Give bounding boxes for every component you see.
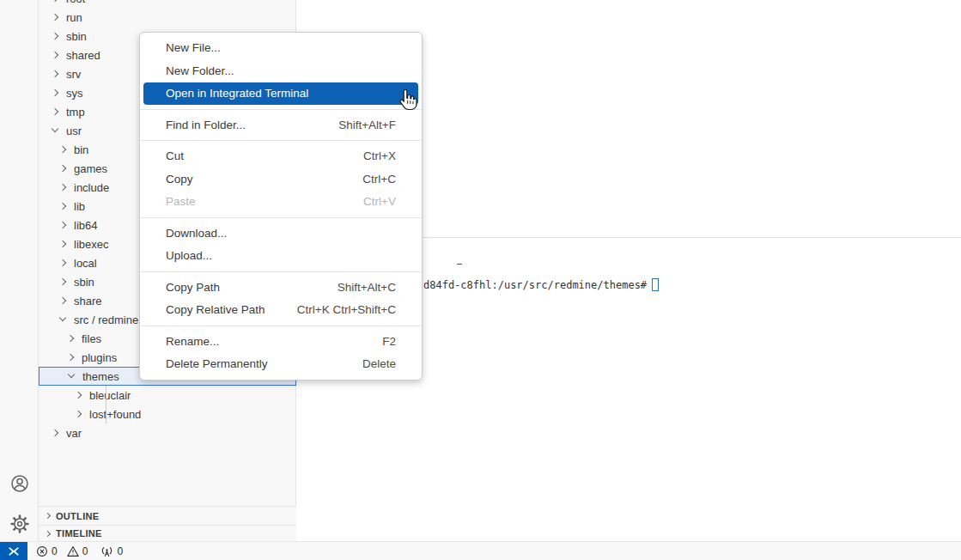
chevron-right-icon [45,513,51,519]
context-menu-item[interactable]: Cut Ctrl+X [143,145,418,168]
forwarded-ports-indicator[interactable]: 0 [100,545,123,557]
context-menu-group: Find in Folder... Shift+Alt+F [140,109,422,137]
terminal-content[interactable]: d84fd-c8fhl:/usr/src/redmine/themes# [423,278,659,291]
section-label: TIMELINE [56,528,102,539]
menu-item-shortcut: Ctrl+V [363,195,396,208]
context-menu-item[interactable]: Copy Path Shift+Alt+C [143,276,418,299]
chevron-icon [52,108,58,115]
tree-item-label: sbin [74,276,94,289]
tree-item-label: sbin [66,30,87,43]
context-menu-item[interactable]: New File... [143,37,418,60]
tree-item-label: local [74,257,97,270]
context-menu-item[interactable]: Open in Integrated Terminal [143,82,418,106]
section-label: OUTLINE [56,511,99,521]
menu-item-label: Copy [166,173,193,186]
panel-tabs [436,244,483,265]
chevron-right-icon [45,530,51,536]
remote-indicator[interactable] [0,542,27,560]
activity-bar [0,0,39,541]
chevron-icon [59,278,66,285]
accounts-icon[interactable] [9,473,30,494]
tree-item-label: var [66,427,82,440]
indent-guide [106,386,106,423]
context-menu-item[interactable]: Upload... [143,245,418,268]
chevron-icon [67,354,74,361]
tree-item-label: tmp [66,106,85,119]
chevron-icon [52,52,58,58]
error-icon [36,545,48,557]
vscode-window: root run sbin shared [0,0,961,560]
context-menu-item[interactable]: Copy Ctrl+C [143,167,418,191]
chevron-icon [59,184,66,191]
chevron-icon [59,314,66,321]
chevron-icon [52,14,58,21]
tree-item-label: themes [82,370,119,383]
context-menu-item[interactable]: Delete Permanently Delete [143,353,418,376]
chevron-icon [75,411,82,417]
context-menu-item[interactable]: Paste Ctrl+V [143,191,418,214]
tree-item[interactable]: bleuclair [39,386,296,405]
context-menu-item[interactable]: Find in Folder... Shift+Alt+F [143,113,418,137]
menu-item-label: New File... [166,41,221,54]
menu-item-shortcut: Shift+Alt+F [338,119,396,131]
problems-status[interactable]: 0 0 [36,545,88,557]
chevron-icon [59,222,66,228]
menu-item-label: Find in Folder... [166,119,246,131]
menu-item-shortcut: Ctrl+X [363,149,396,162]
context-menu-item[interactable]: Download... [143,222,418,245]
status-bar: 0 0 0 [0,541,961,560]
error-count: 0 [52,545,58,557]
context-menu-item[interactable]: Copy Relative Path Ctrl+K Ctrl+Shift+C [143,299,418,322]
chevron-icon [59,165,66,172]
menu-item-label: Delete Permanently [166,357,268,370]
tree-item-label: srv [66,68,81,81]
menu-item-label: Open in Integrated Terminal [166,87,308,100]
tree-item[interactable]: var [39,423,296,442]
tree-item[interactable]: lost+found [39,405,296,423]
menu-item-label: Copy Path [166,281,220,294]
menu-item-label: Download... [166,227,227,240]
context-menu-group: Rename... F2 Delete Permanently Delete [140,326,422,376]
context-menu-item[interactable]: New Folder... [143,59,418,82]
tree-item-label: share [74,295,102,307]
tree-item-label: bin [74,143,88,156]
radio-tower-icon [100,545,113,557]
sidebar-sections: OUTLINE TIMELINE [39,506,296,541]
chevron-icon [52,429,58,436]
panel-tab[interactable] [436,244,438,265]
explorer-context-menu: New File... New Folder... Open in Integr… [139,32,423,380]
chevron-icon [67,335,74,342]
sidebar-section-outline[interactable]: OUTLINE [39,506,296,525]
context-menu-group: Copy Path Shift+Alt+C Copy Relative Path… [140,271,422,322]
menu-item-shortcut: Delete [362,357,396,370]
tree-item-label: lib64 [74,219,97,232]
remote-icon [7,545,21,557]
context-menu-group: Download... Upload... [140,217,422,268]
errors-indicator: 0 [36,545,58,557]
tree-item-label: sys [66,87,83,100]
context-menu-group: Cut Ctrl+X Copy Ctrl+C Paste Ctrl+V [140,140,422,213]
context-menu-item[interactable]: Rename... F2 [143,330,418,353]
tree-item-label: shared [66,49,100,62]
menu-item-label: Rename... [166,335,219,348]
settings-gear-icon[interactable] [9,514,30,534]
sidebar-section-timeline[interactable]: TIMELINE [39,525,296,541]
panel-tab[interactable] [481,244,483,265]
status-bar-items: 0 0 0 [36,542,123,560]
tree-item-label: games [74,162,107,175]
context-menu-group: New File... New Folder... Open in Integr… [140,37,422,106]
menu-item-shortcut: Ctrl+C [362,173,396,186]
tree-item-label: src / redmine [74,313,138,326]
tree-item-label: root [66,0,85,5]
menu-item-label: Upload... [166,249,212,262]
panel-tab[interactable] [459,244,460,265]
activity-bar-bottom [0,473,39,534]
terminal-prompt: d84fd-c8fhl:/usr/src/redmine/themes# [423,279,647,291]
menu-item-shortcut: F2 [382,335,396,348]
tree-item[interactable]: run [39,8,296,27]
chevron-icon [59,259,66,266]
tree-item-label: include [74,181,109,194]
chevron-icon [59,240,66,247]
tree-item[interactable]: root [39,0,296,8]
menu-item-shortcut: Shift+Alt+C [338,281,396,294]
